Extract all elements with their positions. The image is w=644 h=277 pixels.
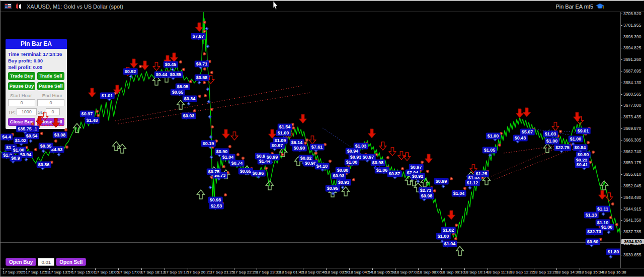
trade-profit-label: $1.04	[452, 190, 466, 197]
buy-trade-marker-icon	[373, 166, 377, 169]
sell-trade-marker-icon	[281, 153, 284, 156]
trade-profit-label: $1.00	[345, 159, 359, 166]
sell-trade-marker-icon	[224, 193, 227, 196]
sell-trade-marker-icon	[211, 125, 214, 128]
price-axis-tick: 3652.045	[621, 183, 644, 188]
pause-buy-button[interactable]: Pause Buy	[8, 82, 35, 90]
price-axis-tick: 3662.740	[621, 149, 644, 154]
buy-trade-marker-icon	[550, 141, 554, 145]
sell-trade-marker-icon	[500, 132, 503, 135]
buy-trade-marker-icon	[601, 212, 605, 216]
buy-trade-marker-icon	[199, 65, 202, 69]
price-axis-tick: 3644.915	[621, 206, 644, 212]
buy-trade-marker-icon	[19, 142, 23, 146]
tp-input[interactable]	[17, 108, 37, 115]
trade-profit-label: $0.43	[513, 135, 528, 142]
sell-trade-marker-icon	[226, 171, 229, 174]
expert-advisor-hat-icon[interactable]	[596, 3, 604, 10]
close-buy-button[interactable]: Close Buy	[8, 118, 35, 126]
buy-signal-arrow-icon	[329, 188, 337, 197]
buy-trade-marker-icon	[184, 116, 188, 119]
buy-trade-marker-icon	[209, 155, 213, 159]
sell-trade-marker-icon	[375, 153, 378, 156]
sell-trade-marker-icon	[315, 159, 318, 162]
trade-profit-label: $32.73	[586, 229, 603, 235]
buy-trade-marker-icon	[213, 206, 217, 210]
buy-trade-marker-icon	[590, 243, 593, 247]
sl-input[interactable]	[46, 108, 60, 115]
buy-trade-marker-icon	[457, 193, 461, 197]
price-axis[interactable]: 3705.5203701.9553698.3903694.8253691.260…	[620, 12, 644, 268]
buy-trade-marker-icon	[559, 149, 563, 153]
trade-profit-label: $0.41	[575, 162, 590, 168]
sell-signal-arrow-icon	[309, 136, 316, 144]
sell-trade-marker-icon	[455, 224, 458, 227]
sell-trade-marker-icon	[242, 157, 245, 160]
time-axis-tick: 17 Sep 2025	[3, 270, 25, 274]
sell-trade-marker-icon	[15, 141, 18, 144]
sell-trade-marker-icon	[386, 156, 389, 159]
candlestick-chart-icon[interactable]	[16, 4, 23, 10]
trade-profit-label: $1.00	[276, 130, 291, 136]
trade-profit-label: $0.98	[208, 197, 223, 203]
start-hour-input[interactable]	[8, 99, 35, 106]
time-axis-tick: 18 Sep 02:46	[302, 270, 327, 274]
trade-buy-button[interactable]: Trade Buy	[8, 72, 35, 80]
sell-trade-marker-icon	[587, 141, 590, 144]
buy-trade-marker-icon	[588, 215, 592, 219]
trade-profit-label: $1.04	[443, 241, 457, 247]
trade-profit-label: $4.53	[50, 147, 64, 153]
sell-trade-marker-icon	[189, 80, 192, 83]
sell-signal-arrow-icon	[207, 76, 214, 84]
time-axis-tick: 17 Sep 21:25	[210, 270, 234, 274]
trade-profit-label: $1.00	[436, 233, 451, 240]
trade-profit-label: $0.65	[171, 89, 185, 96]
buy-trade-marker-icon	[206, 44, 209, 48]
trade-profit-label: $0.03	[182, 113, 196, 119]
end-hour-input[interactable]	[37, 99, 64, 106]
price-axis-tick: 3655.610	[621, 172, 644, 177]
lot-size-input[interactable]	[38, 258, 54, 266]
trade-sell-button[interactable]: Trade Sell	[37, 72, 64, 80]
close-sell-button[interactable]: Close Sell	[37, 118, 64, 126]
buy-trade-marker-icon	[7, 137, 10, 141]
pause-sell-button[interactable]: Pause Sell	[37, 82, 64, 90]
trade-profit-label: $0.95	[326, 185, 340, 192]
trade-profit-label: $0.90	[576, 152, 591, 158]
trade-profit-label: $0.35	[39, 143, 53, 150]
trade-profit-label: $0.44	[154, 72, 169, 78]
buy-trade-marker-icon	[33, 129, 36, 132]
trade-profit-label: $1.11	[596, 206, 610, 213]
buy-trade-marker-icon	[217, 177, 220, 180]
buy-trade-marker-icon	[341, 185, 344, 189]
trade-profit-label: $1.01	[100, 93, 115, 99]
trade-profit-label: $1.05	[482, 147, 497, 154]
trade-profit-label: $0.80	[336, 167, 350, 174]
trade-profit-label: $0.93	[349, 154, 363, 161]
sell-trade-marker-icon	[569, 144, 572, 147]
chart-area[interactable]: $4.4$1.02$0.54$1.0$1.00$0.94$1.0$0.9$4.5…	[1, 12, 620, 268]
buy-trade-marker-icon	[273, 147, 276, 151]
sell-trade-marker-icon	[556, 134, 559, 137]
buy-trade-marker-icon	[228, 160, 231, 164]
trade-profit-label: $0.90	[292, 145, 307, 152]
sell-trade-marker-icon	[532, 128, 535, 131]
trade-profit-label: $0.45	[164, 61, 178, 68]
trade-objects-canvas	[1, 12, 620, 268]
sell-trade-marker-icon	[11, 133, 14, 136]
open-sell-button[interactable]: Open Sell	[56, 258, 86, 266]
sell-trade-marker-icon	[426, 170, 429, 173]
time-axis[interactable]: 17 Sep 202517 Sep 12:5317 Sep 13:5717 Se…	[1, 268, 644, 276]
trade-profit-label: $0.85	[169, 72, 183, 78]
open-buy-button[interactable]: Open Buy	[6, 258, 36, 266]
time-axis-tick: 17 Sep 12:53	[26, 270, 50, 274]
buy-trade-marker-icon	[358, 146, 361, 150]
sell-trade-marker-icon	[221, 202, 224, 205]
sell-trade-marker-icon	[271, 152, 274, 155]
trade-profit-label: $6.05	[176, 84, 190, 90]
buy-trade-marker-icon	[382, 170, 385, 174]
time-axis-tick: 17 Sep 17:09	[118, 270, 142, 274]
sell-signal-arrow-icon	[516, 109, 524, 118]
sell-trade-marker-icon	[96, 110, 99, 113]
chart-period-icon[interactable]	[5, 4, 12, 9]
